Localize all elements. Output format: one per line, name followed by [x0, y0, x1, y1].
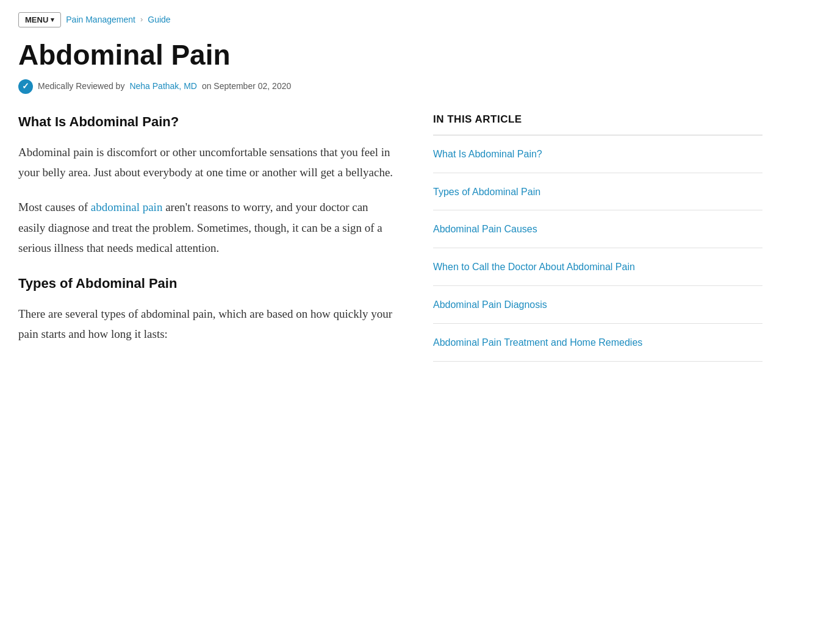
chevron-down-icon: ▾	[51, 16, 54, 24]
abdominal-pain-link[interactable]: abdominal pain	[91, 201, 163, 213]
breadcrumb-separator: ›	[140, 13, 143, 26]
sidebar-item-treatment: Abdominal Pain Treatment and Home Remedi…	[433, 324, 762, 362]
page-title: Abdominal Pain	[18, 40, 800, 71]
sidebar-link-diagnosis[interactable]: Abdominal Pain Diagnosis	[433, 299, 547, 310]
para1-text: Abdominal pain is discomfort or other un…	[18, 146, 393, 179]
sidebar-link-when-to-call[interactable]: When to Call the Doctor About Abdominal …	[433, 262, 635, 272]
breadcrumb-guide[interactable]: Guide	[148, 13, 170, 26]
page-wrapper: MENU ▾ Pain Management › Guide Abdominal…	[0, 0, 818, 374]
sidebar-link-what-is[interactable]: What Is Abdominal Pain?	[433, 149, 542, 159]
content-layout: What Is Abdominal Pain? Abdominal pain i…	[18, 111, 800, 362]
sidebar-link-causes[interactable]: Abdominal Pain Causes	[433, 224, 537, 234]
nav-bar: MENU ▾ Pain Management › Guide	[18, 12, 800, 27]
medical-review-bar: Medically Reviewed by Neha Pathak, MD on…	[18, 79, 800, 94]
breadcrumb-pain-management[interactable]: Pain Management	[66, 13, 135, 26]
section-heading-what-is: What Is Abdominal Pain?	[18, 111, 396, 132]
article-para-3: There are several types of abdominal pai…	[18, 304, 396, 345]
article-sidebar: IN THIS ARTICLE What Is Abdominal Pain? …	[433, 111, 762, 362]
reviewer-link[interactable]: Neha Pathak, MD	[129, 79, 197, 93]
review-suffix: on September 02, 2020	[202, 79, 291, 93]
review-prefix: Medically Reviewed by	[38, 79, 124, 93]
sidebar-link-types[interactable]: Types of Abdominal Pain	[433, 187, 540, 197]
menu-label: MENU	[25, 15, 48, 24]
menu-button[interactable]: MENU ▾	[18, 12, 61, 27]
sidebar-link-treatment[interactable]: Abdominal Pain Treatment and Home Remedi…	[433, 337, 642, 348]
check-icon	[18, 79, 33, 94]
article-content: What Is Abdominal Pain? Abdominal pain i…	[18, 111, 396, 359]
section-heading-types: Types of Abdominal Pain	[18, 273, 396, 294]
sidebar-item-what-is: What Is Abdominal Pain?	[433, 135, 762, 173]
sidebar-item-causes: Abdominal Pain Causes	[433, 210, 762, 248]
sidebar-item-when-to-call: When to Call the Doctor About Abdominal …	[433, 248, 762, 286]
sidebar-item-types: Types of Abdominal Pain	[433, 173, 762, 211]
article-para-1: Abdominal pain is discomfort or other un…	[18, 142, 396, 183]
article-para-2: Most causes of abdominal pain aren't rea…	[18, 197, 396, 258]
para3-text: There are several types of abdominal pai…	[18, 307, 392, 340]
para2-text-before: Most causes of	[18, 201, 91, 213]
sidebar-heading: IN THIS ARTICLE	[433, 111, 762, 135]
sidebar-item-diagnosis: Abdominal Pain Diagnosis	[433, 286, 762, 324]
